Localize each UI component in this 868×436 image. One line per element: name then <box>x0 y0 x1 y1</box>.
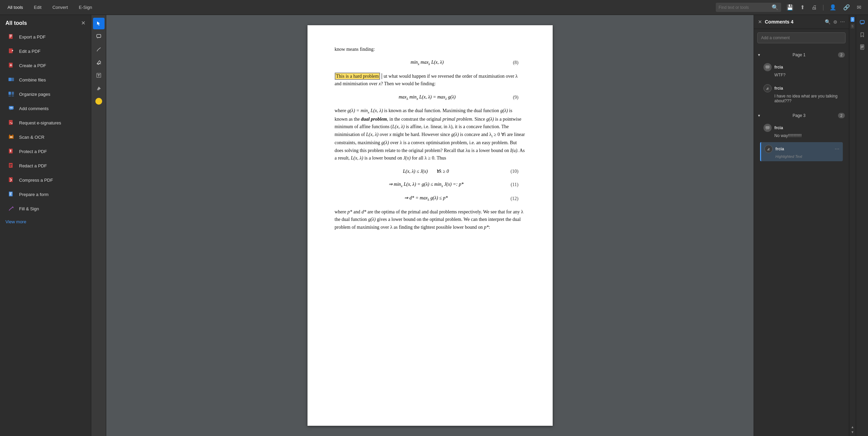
color-circle <box>95 98 102 105</box>
nav-all-tools[interactable]: All tools <box>5 3 25 11</box>
comment-author: frcia ⋯ <box>764 145 839 153</box>
text-tool[interactable] <box>93 70 105 81</box>
comments-close-button[interactable]: ✕ <box>758 19 762 25</box>
pdf-area[interactable]: know means finding: minx maxλ L(x, λ) (8… <box>106 15 754 436</box>
upload-icon[interactable]: ⬆ <box>799 3 806 12</box>
scroll-down-arrow[interactable]: ▼ <box>851 430 854 434</box>
sidebar-item-prepare-form[interactable]: Prepare a form <box>2 187 89 201</box>
search-input[interactable] <box>719 5 770 10</box>
comments-panel-toggle[interactable] <box>857 18 867 27</box>
svg-rect-34 <box>861 47 863 47</box>
nav-convert[interactable]: Convert <box>50 3 70 11</box>
nav-esign[interactable]: E-Sign <box>77 3 94 11</box>
svg-rect-22 <box>9 177 13 182</box>
avatar <box>763 124 772 132</box>
comments-actions: 🔍 ⊜ ⋯ <box>825 19 845 25</box>
sidebar-item-add-comments[interactable]: Add comments <box>2 102 89 115</box>
author-name: frcia <box>774 65 783 70</box>
sidebar-item-compress-pdf[interactable]: Compress a PDF <box>2 173 89 187</box>
comments-page3-section: ▾ Page 3 2 frcia No way!!! <box>754 109 849 165</box>
pen-tool[interactable] <box>93 44 105 55</box>
scroll-num-3[interactable]: 3 <box>851 17 854 22</box>
scroll-arrows: ▲ ▼ <box>851 425 854 434</box>
link-icon[interactable]: 🔗 <box>842 3 851 12</box>
sidebar-item-edit-pdf[interactable]: Edit a PDF <box>2 44 89 58</box>
export-pdf-icon <box>7 33 15 41</box>
comments-title: Comments 4 <box>765 19 822 25</box>
print-icon[interactable]: 🖨 <box>810 3 818 12</box>
sidebar-item-label: Fill & Sign <box>19 206 39 211</box>
comments-page3-header[interactable]: ▾ Page 3 2 <box>758 111 845 120</box>
svg-rect-9 <box>12 92 14 95</box>
svg-rect-1 <box>10 35 12 35</box>
search-icon: 🔍 <box>772 4 778 11</box>
pdf-page: know means finding: minx maxλ L(x, λ) (8… <box>307 25 553 426</box>
comments-page1-header[interactable]: ▾ Page 1 2 <box>758 51 845 59</box>
comment-text: WTF? <box>763 73 839 77</box>
scroll-up-arrow[interactable]: ▲ <box>851 425 854 429</box>
compress-pdf-icon <box>7 176 15 184</box>
scroll-num-5[interactable]: 5 <box>851 24 854 29</box>
eq9: maxλ minx L(x, λ) = maxλ g(λ) (9) <box>335 93 525 102</box>
page1-label: Page 1 <box>792 52 805 57</box>
view-more-link[interactable]: View more <box>0 216 91 228</box>
page3-label: Page 3 <box>792 113 805 118</box>
highlight-tool[interactable] <box>93 82 105 94</box>
avatar <box>764 145 773 153</box>
sidebar-item-create-pdf[interactable]: Create a PDF <box>2 59 89 72</box>
nav-edit[interactable]: Edit <box>32 3 44 11</box>
page3-badge: 2 <box>838 113 845 118</box>
search-box[interactable]: 🔍 <box>716 3 781 12</box>
page1-chevron: ▾ <box>758 52 760 57</box>
svg-rect-26 <box>10 195 12 195</box>
comments-more-icon[interactable]: ⋯ <box>840 19 845 25</box>
eq12: ⇒ d* = maxλ g(λ) ≤ p* (12) <box>335 194 525 203</box>
save-icon[interactable]: 💾 <box>785 3 795 12</box>
comment-item: frcia No way!!!!!!!!!!!! <box>760 121 843 141</box>
sidebar-item-label: Export a PDF <box>19 34 46 40</box>
comments-filter-icon[interactable]: ⊜ <box>833 19 837 25</box>
add-comment-input[interactable]: Add a comment <box>757 32 846 43</box>
sidebar-item-label: Compress a PDF <box>19 178 53 183</box>
account-icon[interactable]: 👤 <box>828 3 838 12</box>
comment-item: frcia I have no idea what are you talkin… <box>760 81 843 106</box>
scroll-strip: 3 5 ▲ ▼ <box>849 15 856 436</box>
sidebar-item-export-pdf[interactable]: Export a PDF <box>2 30 89 44</box>
attachments-icon[interactable] <box>857 42 867 52</box>
eq11: ⇒ minx L(x, λ) = g(λ) ≤ minx J(x) =: p* … <box>335 181 525 189</box>
color-picker[interactable] <box>93 95 105 107</box>
svg-rect-2 <box>10 36 12 36</box>
comments-list: ▾ Page 1 2 frcia WTF? <box>754 47 849 436</box>
comment-text: No way!!!!!!!!!!!! <box>763 133 839 138</box>
pdf-intro: know means finding: <box>335 46 525 53</box>
select-tool[interactable] <box>93 18 105 29</box>
avatar <box>763 84 772 92</box>
svg-rect-25 <box>10 194 11 194</box>
svg-rect-20 <box>10 164 12 165</box>
sidebar-item-protect-pdf[interactable]: Protect a PDF <box>2 145 89 158</box>
bookmarks-icon[interactable] <box>857 30 867 40</box>
scan-ocr-icon <box>7 133 15 141</box>
sidebar-item-redact-pdf[interactable]: Redact a PDF <box>2 159 89 172</box>
sidebar-item-organize-pages[interactable]: Organize pages <box>2 87 89 101</box>
fill-sign-icon <box>7 205 15 212</box>
sidebar-item-combine-files[interactable]: Combine files <box>2 73 89 87</box>
sidebar-item-scan-ocr[interactable]: Scan & OCR <box>2 130 89 144</box>
svg-rect-17 <box>12 135 13 135</box>
mail-icon[interactable]: ✉ <box>855 3 863 12</box>
sidebar-item-request-esig[interactable]: Request e-signatures <box>2 116 89 130</box>
comment-author: frcia <box>763 63 839 71</box>
comment-more-icon[interactable]: ⋯ <box>835 146 839 152</box>
left-sidebar: All tools ✕ Export a PDF <box>0 15 91 436</box>
comments-panel: ✕ Comments 4 🔍 ⊜ ⋯ Add a comment ▾ Page … <box>754 15 849 436</box>
comments-search-icon[interactable]: 🔍 <box>825 19 831 25</box>
svg-rect-33 <box>861 46 863 46</box>
eraser-tool[interactable] <box>93 57 105 68</box>
sidebar-item-fill-sign[interactable]: Fill & Sign <box>2 202 89 215</box>
edit-pdf-icon <box>7 47 15 55</box>
sidebar-item-label: Add comments <box>19 106 49 111</box>
comment-tool[interactable] <box>93 31 105 42</box>
sidebar-close-button[interactable]: ✕ <box>81 20 85 26</box>
svg-rect-15 <box>10 136 13 138</box>
comment-item: frcia WTF? <box>760 60 843 80</box>
